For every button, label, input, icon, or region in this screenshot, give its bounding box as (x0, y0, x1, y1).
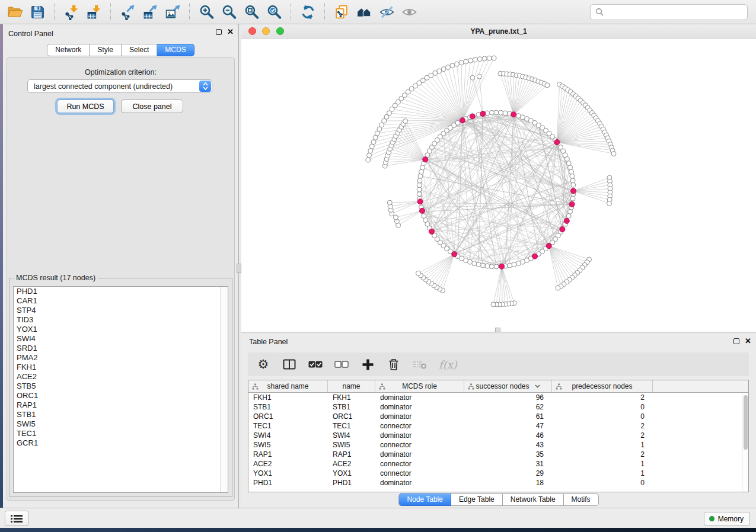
zoom-fit-button[interactable] (240, 2, 263, 22)
tab-network[interactable]: Network (47, 44, 90, 56)
close-panel-icon[interactable]: ✕ (745, 338, 751, 344)
function-builder-button[interactable]: f(x) (439, 355, 457, 373)
mcds-result-item[interactable]: PMA2 (14, 353, 228, 363)
network-node[interactable] (368, 149, 373, 153)
show-column-panel-button[interactable] (282, 355, 296, 373)
network-node[interactable] (403, 119, 408, 124)
network-node[interactable] (417, 178, 422, 183)
table-cell[interactable]: 2 (552, 393, 653, 402)
table-cell[interactable]: dominator (375, 412, 464, 421)
tab-mcds[interactable]: MCDS (157, 44, 194, 56)
table-cell[interactable]: 96 (464, 393, 552, 402)
delete-table-button[interactable] (413, 355, 427, 373)
table-cell[interactable]: 1 (552, 469, 653, 478)
network-node[interactable] (371, 140, 376, 145)
mcds-result-item[interactable]: TEC1 (14, 429, 228, 438)
table-row[interactable]: YOX1YOX1connector291 (248, 469, 748, 478)
network-node[interactable] (450, 63, 455, 68)
float-panel-icon[interactable] (733, 338, 739, 344)
column-header-successor-nodes[interactable]: successor nodes (464, 380, 552, 392)
mcds-hub-node[interactable] (460, 118, 465, 123)
network-node[interactable] (455, 120, 460, 125)
column-header-name[interactable]: name (328, 380, 375, 392)
log-console-button[interactable] (5, 511, 28, 526)
table-settings-button[interactable]: ⚙ (256, 355, 270, 373)
mcds-result-item[interactable]: SWI4 (14, 334, 228, 344)
network-node[interactable] (373, 135, 378, 140)
table-cell[interactable]: 1 (552, 440, 653, 450)
table-cell[interactable]: SWI4 (328, 431, 375, 440)
table-scrollbar[interactable] (742, 393, 748, 492)
export-table-button[interactable] (139, 2, 161, 22)
tab-motifs[interactable]: Motifs (564, 493, 599, 506)
network-node[interactable] (499, 110, 503, 115)
network-node[interactable] (387, 200, 392, 205)
save-session-button[interactable] (26, 2, 49, 22)
mcds-hub-node[interactable] (532, 254, 538, 259)
network-node[interactable] (566, 214, 571, 219)
table-cell[interactable]: 2 (552, 450, 653, 459)
network-node[interactable] (459, 60, 464, 65)
export-image-button[interactable] (161, 2, 184, 22)
table-cell[interactable]: TEC1 (248, 421, 328, 431)
mcds-result-item[interactable]: STP4 (14, 306, 228, 315)
table-cell[interactable]: ACE2 (328, 459, 375, 469)
network-graph[interactable] (241, 39, 756, 332)
network-node[interactable] (470, 75, 475, 80)
network-node[interactable] (476, 262, 481, 267)
table-row[interactable]: ACE2ACE2connector311 (248, 459, 748, 469)
first-neighbors-button[interactable] (353, 2, 375, 22)
mcds-result-item[interactable]: ACE2 (14, 372, 228, 382)
table-cell[interactable]: dominator (375, 431, 464, 440)
network-node[interactable] (367, 153, 372, 158)
mcds-result-item[interactable]: RAP1 (14, 400, 228, 410)
mcds-hub-node[interactable] (423, 157, 428, 162)
search-box[interactable] (590, 4, 748, 20)
table-row[interactable]: RAP1RAP1dominator352 (248, 450, 748, 459)
mcds-result-item[interactable]: ORC1 (14, 391, 228, 400)
delete-column-button[interactable] (387, 355, 401, 373)
network-node[interactable] (477, 74, 482, 79)
table-cell[interactable]: 2 (552, 421, 653, 431)
table-row[interactable]: FKH1FKH1dominator962 (248, 393, 748, 402)
table-cell[interactable]: 31 (464, 459, 552, 469)
network-node[interactable] (569, 169, 574, 174)
mcds-result-item[interactable]: SRD1 (14, 344, 228, 353)
network-node[interactable] (571, 182, 576, 187)
table-row[interactable]: TEC1TEC1connector472 (248, 421, 748, 431)
table-cell[interactable]: STB1 (328, 402, 375, 412)
table-cell[interactable]: 47 (464, 421, 552, 431)
network-node[interactable] (487, 56, 492, 60)
network-node[interactable] (492, 56, 496, 60)
memory-button[interactable]: Memory (704, 512, 750, 525)
search-input[interactable] (607, 8, 742, 16)
table-row[interactable]: SWI5SWI5connector431 (248, 440, 748, 450)
tab-node-table[interactable]: Node Table (398, 493, 451, 506)
table-cell[interactable]: 61 (464, 412, 552, 421)
table-cell[interactable]: FKH1 (248, 393, 328, 402)
network-node[interactable] (516, 261, 521, 266)
table-cell[interactable]: ORC1 (248, 412, 328, 421)
network-node[interactable] (494, 110, 499, 115)
network-node[interactable] (418, 174, 423, 178)
table-cell[interactable]: ACE2 (248, 459, 328, 469)
mcds-hub-node[interactable] (571, 188, 576, 194)
tab-select[interactable]: Select (122, 44, 157, 56)
table-cell[interactable]: PHD1 (248, 478, 328, 488)
network-node[interactable] (568, 165, 573, 170)
mcds-hub-node[interactable] (452, 252, 457, 257)
deselect-all-button[interactable] (334, 355, 349, 373)
network-window-titlebar[interactable]: YPA_prune.txt_1 (241, 24, 756, 39)
network-node[interactable] (417, 192, 422, 197)
mcds-hub-node[interactable] (499, 264, 505, 269)
mcds-hub-node[interactable] (560, 227, 565, 232)
mcds-hub-node[interactable] (546, 243, 551, 249)
table-cell[interactable]: FKH1 (328, 393, 375, 402)
list-scrollbar[interactable] (220, 287, 228, 492)
table-cell[interactable]: RAP1 (248, 450, 328, 459)
splitter-grip[interactable] (237, 264, 241, 273)
table-cell[interactable]: 2 (552, 431, 653, 440)
table-cell[interactable]: 0 (552, 402, 653, 412)
table-cell[interactable]: YOX1 (248, 469, 328, 478)
network-node[interactable] (366, 158, 371, 162)
